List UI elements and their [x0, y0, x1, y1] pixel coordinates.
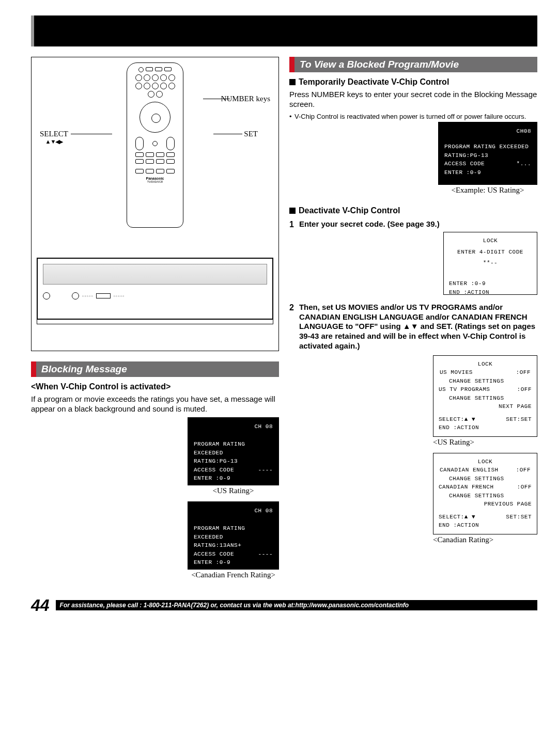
bullet-reactivated: •V-Chip Control is reactivated when powe… [289, 113, 537, 121]
heading-deactivate: Deactivate V-Chip Control [289, 206, 537, 215]
activated-heading: <When V-Chip Control is activated> [31, 382, 279, 391]
blocking-body: If a program or movie exceeds the rating… [31, 395, 279, 414]
caption-can-french-rating: <Canadian French Rating> [188, 571, 279, 579]
square-bullet-icon [289, 208, 296, 214]
top-black-band [31, 15, 537, 46]
page-number: 44 [31, 596, 50, 615]
heading-temp-deactivate: Temporarily Deactivate V-Chip Control [289, 77, 537, 87]
osd-can-french-rating: CH 08 PROGRAM RATING EXCEEDED RATING:13A… [188, 501, 279, 570]
osd-lock-us-menu: LOCK US MOVIES:OFF CHANGE SETTINGS US TV… [433, 355, 537, 437]
body-press-number: Press NUMBER keys to enter your secret c… [289, 90, 537, 109]
remote-brand: Panasonic [127, 175, 183, 180]
caption-can-menu: <Canadian Rating> [433, 536, 537, 544]
remote-model: TV/DVD/VCR [127, 180, 183, 183]
section-view-blocked: To View a Blocked Program/Movie [289, 57, 537, 72]
footer-assistance: For assistance, please call : 1-800-211-… [56, 600, 537, 610]
osd-example-us: CH08 PROGRAM RATING EXCEEDED RATING:PG-1… [438, 122, 537, 185]
page-footer: 44 For assistance, please call : 1-800-2… [31, 596, 537, 615]
step-2: 2 Then, set US MOVIES and/or US TV PROGR… [289, 303, 537, 351]
left-column: NUMBER keys SELECT ▲▼◀▶ SET [31, 57, 279, 586]
square-bullet-icon [289, 79, 296, 85]
caption-example-us: <Example: US Rating> [438, 186, 537, 195]
diagram-box: NUMBER keys SELECT ▲▼◀▶ SET [31, 57, 279, 351]
osd-lock-can-menu: LOCK CANADIAN ENGLISH:OFF CHANGE SETTING… [433, 453, 537, 534]
right-column: To View a Blocked Program/Movie Temporar… [289, 57, 537, 586]
caption-us-menu: <US Rating> [433, 438, 537, 447]
device-unit-illustration: ○ ○ ○ ○ ○ ○ ○ ○ ○ ○ [37, 258, 273, 320]
callout-select: SELECT ▲▼◀▶ [40, 130, 68, 145]
remote-illustration: Panasonic TV/DVD/VCR [127, 62, 183, 228]
osd-lock-code: LOCK ENTER 4-DIGIT CODE **-- ENTER :0-9 … [443, 232, 537, 295]
page: NUMBER keys SELECT ▲▼◀▶ SET [0, 15, 558, 615]
step-1: 1 Enter your secret code. (See page 39.) [289, 219, 537, 230]
callout-set: SET [244, 130, 258, 138]
osd-us-rating: CH 08 PROGRAM RATING EXCEEDED RATING:PG-… [188, 417, 279, 485]
caption-us-rating: <US Rating> [188, 486, 279, 495]
section-blocking-message: Blocking Message [31, 361, 279, 377]
